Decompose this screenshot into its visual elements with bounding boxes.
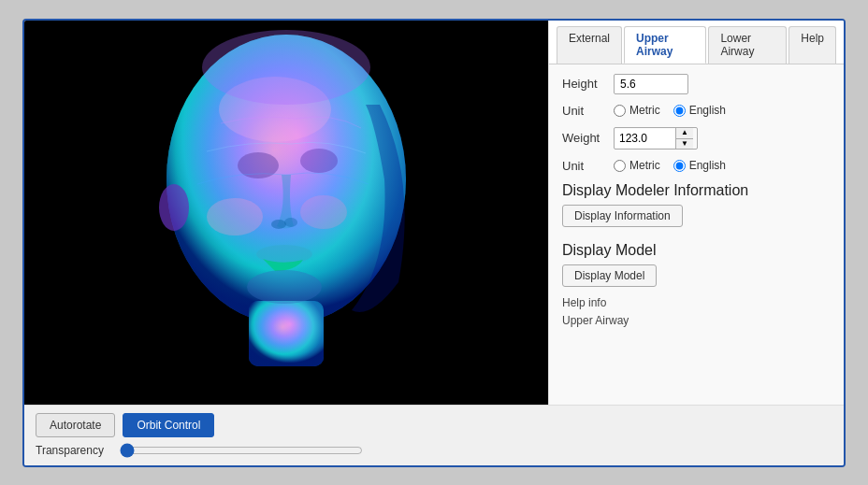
tab-upper-airway[interactable]: Upper Airway [624,26,706,64]
tab-external[interactable]: External [557,26,622,64]
svg-point-8 [247,270,322,304]
svg-point-14 [271,220,286,229]
tab-bar: External Upper Airway Lower Airway Help [549,21,844,64]
height-label: Height [562,77,614,91]
autorotate-button[interactable]: Autorotate [36,413,115,437]
bottom-controls: Autorotate Orbit Control Transparency [24,405,844,465]
orbit-control-button[interactable]: Orbit Control [123,413,214,437]
weight-down-arrow[interactable]: ▼ [676,138,693,149]
weight-arrows: ▲ ▼ [675,128,693,149]
tab-lower-airway[interactable]: Lower Airway [708,26,787,64]
metric1-radio[interactable] [614,105,626,117]
display-info-button[interactable]: Display Information [562,205,683,227]
viewport [24,21,548,405]
transparency-slider[interactable] [120,443,363,458]
weight-input[interactable] [615,129,675,148]
svg-point-12 [159,184,189,231]
height-input[interactable] [614,74,688,94]
svg-point-15 [284,218,297,227]
unit1-radio-group: Metric English [614,104,831,117]
weight-up-arrow[interactable]: ▲ [676,128,693,138]
svg-point-6 [300,149,338,173]
weight-spinner: ▲ ▼ [614,127,698,150]
metric1-option[interactable]: Metric [614,104,660,117]
svg-point-13 [202,30,370,105]
english1-option[interactable]: English [673,104,726,117]
panel-content: Height Unit Metric English [549,64,844,405]
display-model-title: Display Model [562,242,831,259]
unit2-radio-group: Metric English [614,159,831,172]
height-row: Height [562,74,831,94]
unit2-label: Unit [562,159,614,173]
right-panel: External Upper Airway Lower Airway Help … [548,21,844,405]
main-area: External Upper Airway Lower Airway Help … [24,21,844,405]
english2-radio[interactable] [673,160,686,172]
svg-point-11 [300,195,347,229]
weight-row: Weight ▲ ▼ [562,127,831,150]
metric2-option[interactable]: Metric [614,159,660,172]
app-container: External Upper Airway Lower Airway Help … [22,19,846,467]
weight-label: Weight [562,131,614,145]
metric2-radio[interactable] [614,160,626,172]
unit2-row: Unit Metric English [562,159,831,173]
unit1-row: Unit Metric English [562,104,831,118]
help-line1: Help info [562,294,831,312]
help-text: Help info Upper Airway [562,294,831,330]
svg-rect-4 [249,301,324,366]
tab-help[interactable]: Help [788,26,836,64]
english2-option[interactable]: English [673,159,726,172]
transparency-row: Transparency [36,443,832,458]
unit1-label: Unit [562,104,614,118]
transparency-label: Transparency [36,444,110,457]
display-model-button[interactable]: Display Model [562,264,657,287]
display-modeler-title: Display Modeler Information [562,182,831,199]
help-line2: Upper Airway [562,312,831,330]
english1-radio[interactable] [673,105,686,117]
control-buttons: Autorotate Orbit Control [36,413,832,437]
svg-point-10 [207,198,263,235]
head-model [137,30,436,394]
